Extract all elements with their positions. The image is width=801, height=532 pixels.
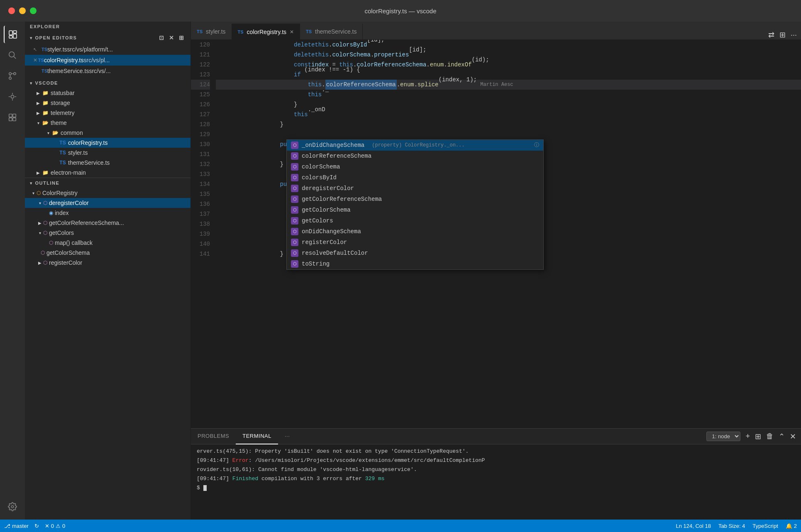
git-branch[interactable]: ⎇ master xyxy=(4,523,29,529)
svg-line-5 xyxy=(14,56,16,59)
tree-storage[interactable]: ▶ 📁 storage xyxy=(25,98,190,108)
tree-electron-main[interactable]: ▶ 📁 electron-main xyxy=(25,168,190,178)
tree-theme[interactable]: ▾ 📂 theme xyxy=(25,118,190,128)
save-all-icon[interactable]: ⊡ xyxy=(158,34,166,41)
open-editor-themeservice[interactable]: TS themeService.ts src/vs/... xyxy=(25,66,190,76)
outline-getcolors[interactable]: ▾ ⬡ getColors xyxy=(25,228,190,238)
tree-colorregistry[interactable]: TS colorRegistry.ts xyxy=(25,138,190,148)
code-line-120: delete this.colorsById[id]; xyxy=(216,40,801,50)
autocomplete-dropdown[interactable]: ⬡ _onDidChangeSchema (property) ColorReg… xyxy=(286,139,544,270)
activity-debug[interactable] xyxy=(4,88,21,105)
tree-themeservice[interactable]: TS themeService.ts xyxy=(25,158,190,168)
ac-item-onDidChangeSchema[interactable]: ⬡ _onDidChangeSchema (property) ColorReg… xyxy=(287,140,543,151)
ts-file-icon: TS xyxy=(59,149,66,156)
split-editor-icon[interactable]: ⇄ xyxy=(768,30,774,39)
ac-item-colorsById[interactable]: ⬡ colorsById xyxy=(287,172,543,183)
tab-close-icon[interactable]: ✕ xyxy=(290,29,294,35)
notifications[interactable]: 🔔 2 xyxy=(786,523,797,529)
activity-settings[interactable] xyxy=(4,498,21,515)
outline-deregistercolor[interactable]: ▾ ⬡ deregisterColor xyxy=(25,198,190,208)
ac-item-onDidChangeSchema[interactable]: ⬡ onDidChangeSchema xyxy=(287,226,543,237)
line-numbers: 120 121 122 123 124 125 126 127 128 129 … xyxy=(191,40,216,428)
svg-rect-13 xyxy=(13,118,16,121)
errors-item[interactable]: ✕ 0 ⚠ 0 xyxy=(45,523,65,529)
explorer-header: EXPLORER xyxy=(25,22,190,32)
language-mode[interactable]: TypeScript xyxy=(752,523,778,529)
activity-explorer[interactable] xyxy=(4,26,21,43)
git-branch-icon: ⎇ xyxy=(4,523,10,529)
ac-item-getColorReferenceSchema[interactable]: ⬡ getColorReferenceSchema xyxy=(287,194,543,205)
sync-icon-item[interactable]: ↻ xyxy=(34,523,39,529)
folder-icon: 📁 xyxy=(42,99,49,107)
ac-item-getColorSchema[interactable]: ⬡ getColorSchema xyxy=(287,205,543,215)
bell-icon: 🔔 xyxy=(786,523,792,529)
ac-item-getColors[interactable]: ⬡ getColors xyxy=(287,215,543,226)
panel-tab-more[interactable]: ··· xyxy=(278,429,296,444)
panel-tab-problems[interactable]: PROBLEMS xyxy=(191,429,236,444)
ac-property-icon: ⬡ xyxy=(291,174,298,181)
expand-arrow-icon: ▶ xyxy=(35,110,42,116)
ac-item-colorSchema[interactable]: ⬡ colorSchema xyxy=(287,161,543,172)
maximize-button[interactable] xyxy=(30,7,37,14)
open-editors-header[interactable]: ▾ OPEN EDITORS ⊡ ✕ ⊞ xyxy=(25,32,190,44)
tree-telemetry[interactable]: ▶ 📁 telemetry xyxy=(25,108,190,118)
tab-size[interactable]: Tab Size: 4 xyxy=(718,523,745,529)
ac-item-toString[interactable]: ⬡ toString xyxy=(287,259,543,269)
activity-extensions[interactable] xyxy=(4,109,21,126)
code-line-125: this._ xyxy=(216,90,801,100)
delete-terminal-icon[interactable]: 🗑 xyxy=(766,432,774,441)
folder-open-icon: 📂 xyxy=(42,119,49,127)
tree-statusbar[interactable]: ▶ 📁 statusbar xyxy=(25,88,190,98)
notification-count: 2 xyxy=(794,523,797,529)
cursor-position[interactable]: Ln 124, Col 18 xyxy=(676,523,711,529)
toggle-panel-icon[interactable]: ⊞ xyxy=(779,30,786,39)
split-terminal-icon[interactable]: ⊞ xyxy=(755,432,761,441)
ac-property-icon: ⬡ xyxy=(291,142,298,149)
terminal-content[interactable]: erver.ts(475,15): Property 'isBuilt' doe… xyxy=(191,444,801,520)
open-editor-styler[interactable]: ↖ TS styler.ts src/vs/platform/t... xyxy=(25,44,190,55)
activity-bar xyxy=(0,22,25,520)
activity-source-control[interactable] xyxy=(4,67,21,85)
maximize-panel-icon[interactable]: ⌃ xyxy=(779,432,785,441)
outline-header[interactable]: ▾ OUTLINE xyxy=(25,178,190,188)
panel-tab-terminal[interactable]: TERMINAL xyxy=(236,429,278,444)
outline-map-callback[interactable]: ⬡ map() callback xyxy=(25,238,190,248)
ac-method-icon: ⬡ xyxy=(291,239,298,246)
more-actions-icon[interactable]: ··· xyxy=(791,31,797,39)
close-panel-icon[interactable]: ✕ xyxy=(790,432,796,441)
svg-point-6 xyxy=(9,73,12,75)
ac-item-registerColor[interactable]: ⬡ registerColor xyxy=(287,237,543,248)
code-area[interactable]: delete this.colorsById[id]; delete this.… xyxy=(216,40,801,428)
status-bar-right: Ln 124, Col 18 Tab Size: 4 TypeScript 🔔 … xyxy=(676,523,797,529)
ac-item-colorReferenceSchema[interactable]: ⬡ colorReferenceSchema xyxy=(287,151,543,161)
open-editors-actions: ⊡ ✕ ⊞ xyxy=(158,34,186,41)
outline-colorregistry[interactable]: ▾ ⬡ ColorRegistry xyxy=(25,188,190,198)
add-terminal-icon[interactable]: + xyxy=(745,432,750,441)
tab-colorregistry[interactable]: TS colorRegistry.ts ✕ xyxy=(232,24,300,39)
code-line-128: } xyxy=(216,120,801,129)
close-file-icon[interactable]: ✕ xyxy=(33,57,37,63)
close-all-icon[interactable]: ✕ xyxy=(168,34,176,41)
open-editor-colorregistry[interactable]: ✕ TS colorRegistry.ts src/vs/pl... xyxy=(25,55,190,66)
tree-styler[interactable]: TS styler.ts xyxy=(25,148,190,158)
method-icon: ⬡ xyxy=(43,220,47,226)
ac-item-resolveDefaultColor[interactable]: ⬡ resolveDefaultColor xyxy=(287,248,543,259)
ac-item-deregisterColor[interactable]: ⬡ deregisterColor xyxy=(287,183,543,194)
tab-styler[interactable]: TS styler.ts xyxy=(191,24,232,39)
error-count: 0 xyxy=(51,523,54,529)
outline-getcolorrefschema[interactable]: ▶ ⬡ getColorReferenceSchema... xyxy=(25,218,190,228)
tab-size-text: Tab Size: 4 xyxy=(718,523,745,529)
close-button[interactable] xyxy=(8,7,15,14)
split-icon[interactable]: ⊞ xyxy=(178,34,186,41)
terminal-selector[interactable]: 1: node xyxy=(706,432,740,441)
activity-search[interactable] xyxy=(4,46,21,64)
minimize-button[interactable] xyxy=(19,7,26,14)
outline-index[interactable]: ◉ index xyxy=(25,208,190,218)
vscode-section-header[interactable]: ▾ VSCODE xyxy=(25,78,190,88)
tree-common[interactable]: ▾ 📂 common xyxy=(25,128,190,138)
folder-icon: 📁 xyxy=(42,109,49,117)
outline-registercolor[interactable]: ▶ ⬡ registerColor xyxy=(25,258,190,268)
outline-getcolorschema[interactable]: ⬡ getColorSchema xyxy=(25,248,190,258)
ac-property-icon: ⬡ xyxy=(291,163,298,171)
tab-themeservice[interactable]: TS themeService.ts xyxy=(300,24,363,39)
